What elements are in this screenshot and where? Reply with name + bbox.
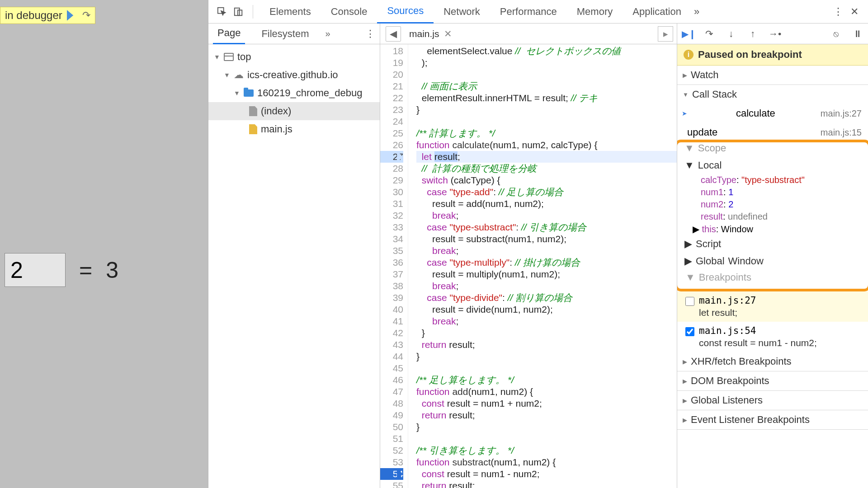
calculator-form: = 3 bbox=[5, 253, 118, 287]
breakpoint-row[interactable]: main.js:27let result; bbox=[677, 291, 868, 322]
stack-frame[interactable]: updatemain.js:15 bbox=[677, 123, 868, 142]
debugger-toolbar: ▶❙ ↷ ↓ ↑ →• ⍉ ⏸ bbox=[677, 23, 868, 44]
step-icon[interactable]: →• bbox=[769, 28, 780, 39]
tab-elements[interactable]: Elements bbox=[259, 0, 321, 23]
paused-overlay: in debugger ↷ bbox=[0, 7, 95, 24]
devtools-panel: Elements Console Sources Network Perform… bbox=[208, 0, 868, 488]
scope-section[interactable]: ▼Scope bbox=[680, 140, 865, 157]
editor-tab-label: main.js bbox=[409, 28, 439, 39]
step-out-icon[interactable]: ↑ bbox=[747, 28, 759, 39]
scope-highlight-box: ▼Scope ▼Local calcType: "type-substract"… bbox=[677, 140, 868, 291]
nav-tab-filesystem[interactable]: Filesystem bbox=[257, 23, 313, 44]
resume-icon[interactable]: ▶❙ bbox=[682, 28, 693, 39]
tree-file-index[interactable]: (index) bbox=[208, 102, 380, 120]
deactivate-breakpoints-icon[interactable]: ⍉ bbox=[830, 28, 842, 39]
overlay-step-icon[interactable]: ↷ bbox=[82, 9, 90, 21]
tree-domain[interactable]: ▼☁ics-creative.github.io bbox=[208, 66, 380, 84]
inspect-icon[interactable] bbox=[214, 4, 230, 20]
cloud-icon: ☁ bbox=[234, 69, 244, 81]
code-area[interactable]: elementSelect.value // セレクトボックスの値 ); // … bbox=[408, 44, 677, 488]
event-listener-bp-section[interactable]: ▶Event Listener Breakpoints bbox=[677, 410, 868, 429]
file-tree: ▼top ▼☁ics-creative.github.io ▼160219_ch… bbox=[208, 44, 380, 488]
var-this[interactable]: ▶ this: Window bbox=[701, 223, 865, 235]
breakpoint-row[interactable]: main.js:54const result = num1 - num2; bbox=[677, 322, 868, 352]
debugger-pane: ▶❙ ↷ ↓ ↑ →• ⍉ ⏸ i Paused on breakpoint ▶… bbox=[677, 23, 868, 488]
xhr-breakpoints-section[interactable]: ▶XHR/fetch Breakpoints bbox=[677, 352, 868, 371]
overlay-resume-icon[interactable] bbox=[67, 10, 78, 21]
line-gutter[interactable]: 1819202122232425262728293031323334353637… bbox=[380, 44, 408, 488]
tab-console[interactable]: Console bbox=[321, 0, 377, 23]
info-icon: i bbox=[684, 50, 693, 60]
tabs-overflow-icon[interactable]: » bbox=[694, 6, 699, 18]
tab-network[interactable]: Network bbox=[434, 0, 490, 23]
step-over-icon[interactable]: ↷ bbox=[703, 28, 715, 39]
num2-input[interactable] bbox=[5, 253, 66, 287]
scope-global[interactable]: ▶GlobalWindow bbox=[680, 253, 865, 270]
kebab-menu-icon[interactable]: ⋮ bbox=[830, 4, 846, 20]
stack-frame[interactable]: calculatemain.js:27 bbox=[677, 104, 868, 123]
breakpoint-checkbox[interactable] bbox=[685, 327, 694, 336]
dom-breakpoints-section[interactable]: ▶DOM Breakpoints bbox=[677, 371, 868, 390]
var-num1[interactable]: num1: 1 bbox=[701, 186, 865, 198]
frame-icon bbox=[224, 53, 234, 61]
var-result[interactable]: result: undefined bbox=[701, 211, 865, 223]
nav-tab-page[interactable]: Page bbox=[213, 23, 245, 44]
editor-pane: ◀ main.js ✕ ▸ 18192021222324252627282930… bbox=[380, 23, 677, 488]
tree-folder[interactable]: ▼160219_chrome_debug bbox=[208, 84, 380, 102]
divider bbox=[253, 5, 253, 19]
device-toggle-icon[interactable] bbox=[230, 4, 246, 20]
var-calcType[interactable]: calcType: "type-substract" bbox=[701, 174, 865, 186]
close-devtools-icon[interactable]: ✕ bbox=[846, 4, 863, 20]
folder-icon bbox=[244, 89, 254, 97]
close-tab-icon[interactable]: ✕ bbox=[444, 28, 452, 39]
nav-tabs-overflow-icon[interactable]: » bbox=[326, 28, 330, 39]
navigator-pane: Page Filesystem » ⋮ ▼top ▼☁ics-creative.… bbox=[208, 23, 380, 488]
file-icon bbox=[249, 106, 257, 116]
js-file-icon bbox=[249, 124, 257, 134]
navigator-tabs: Page Filesystem » ⋮ bbox=[208, 23, 380, 44]
breakpoint-checkbox[interactable] bbox=[685, 297, 694, 306]
tab-performance[interactable]: Performance bbox=[490, 0, 567, 23]
scope-script[interactable]: ▶Script bbox=[680, 235, 865, 253]
watch-section[interactable]: ▶Watch bbox=[677, 66, 868, 84]
editor-nav-back-icon[interactable]: ◀ bbox=[386, 26, 401, 42]
tab-sources[interactable]: Sources bbox=[377, 0, 434, 23]
callstack-section[interactable]: ▼Call Stack bbox=[677, 85, 868, 104]
tree-file-mainjs[interactable]: main.js bbox=[208, 120, 380, 138]
paused-text: Paused on breakpoint bbox=[698, 49, 802, 61]
equals-sign: = bbox=[79, 257, 92, 283]
pause-on-exceptions-icon[interactable]: ⏸ bbox=[852, 28, 863, 39]
step-into-icon[interactable]: ↓ bbox=[725, 28, 737, 39]
devtools-tabbar: Elements Console Sources Network Perform… bbox=[208, 0, 868, 23]
nav-kebab-icon[interactable]: ⋮ bbox=[365, 28, 375, 40]
breakpoints-section-peek[interactable]: ▼Breakpoints bbox=[680, 270, 865, 285]
editor-tab-mainjs[interactable]: main.js ✕ bbox=[403, 23, 458, 44]
paused-overlay-text: in debugger bbox=[5, 9, 62, 22]
calc-result: 3 bbox=[106, 257, 118, 283]
page-viewport: in debugger ↷ = 3 bbox=[0, 0, 208, 488]
scope-local[interactable]: ▼Local bbox=[680, 157, 865, 174]
debugger-sections: ▶Watch ▼Call Stack calculatemain.js:27up… bbox=[677, 66, 868, 488]
editor-run-icon[interactable]: ▸ bbox=[658, 26, 673, 42]
code-editor[interactable]: 1819202122232425262728293031323334353637… bbox=[380, 44, 677, 488]
svg-rect-1 bbox=[235, 8, 240, 15]
paused-banner: i Paused on breakpoint bbox=[677, 44, 868, 66]
tab-application[interactable]: Application bbox=[623, 0, 691, 23]
var-num2[interactable]: num2: 2 bbox=[701, 198, 865, 211]
tab-memory[interactable]: Memory bbox=[567, 0, 623, 23]
editor-tabs: ◀ main.js ✕ ▸ bbox=[380, 23, 677, 44]
tree-top[interactable]: ▼top bbox=[208, 48, 380, 66]
global-listeners-section[interactable]: ▶Global Listeners bbox=[677, 391, 868, 410]
